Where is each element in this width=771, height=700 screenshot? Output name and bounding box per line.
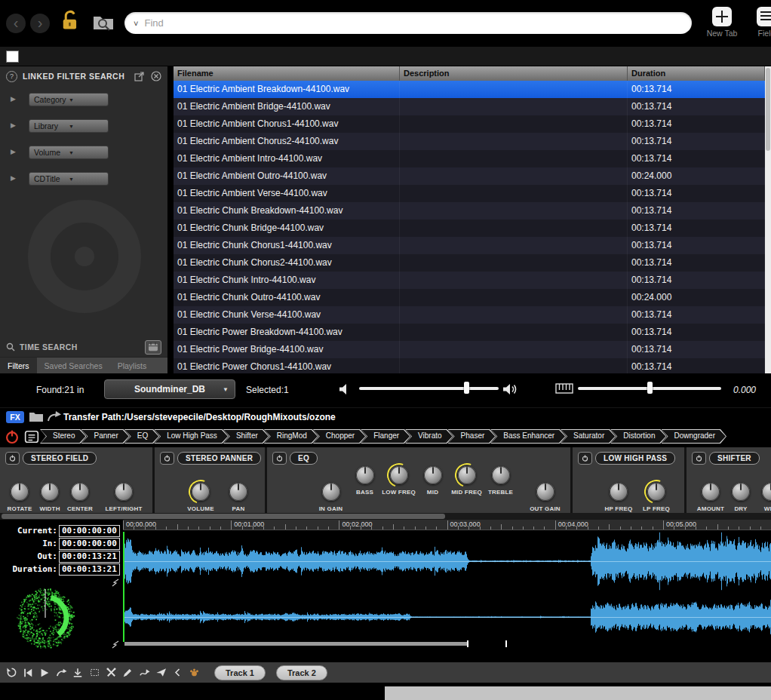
new-tab-button[interactable]: New Tab [699, 7, 745, 38]
disclosure-triangle-icon[interactable]: ▶ [11, 121, 16, 129]
fx-tab-low-high-pass[interactable]: Low High Pass [154, 429, 229, 444]
fx-badge[interactable]: FX [6, 411, 24, 423]
send-icon[interactable] [154, 666, 167, 680]
lock-icon[interactable] [60, 9, 80, 32]
table-row[interactable]: 01 Electric Ambient Chorus2-44100.wav00:… [174, 133, 765, 150]
fx-tab-vibrato[interactable]: Vibrato [405, 429, 453, 444]
table-row[interactable]: 01 Electric Ambient Chorus1-44100.wav00:… [174, 115, 765, 133]
knob-control[interactable] [189, 480, 212, 503]
fx-tab-chopper[interactable]: Chopper [313, 429, 366, 444]
filter-tab-filters[interactable]: Filters [0, 358, 37, 373]
knob-control[interactable] [534, 480, 557, 503]
fx-list-button[interactable] [24, 429, 39, 444]
knob-control[interactable] [112, 480, 135, 503]
table-row[interactable]: 01 Electric Chunk Outro-44100.wav00:24.0… [174, 289, 765, 306]
popout-icon[interactable] [134, 71, 145, 81]
pitch-slider[interactable] [578, 382, 721, 394]
table-row[interactable]: 01 Electric Chunk Breakdown-44100.wav00:… [174, 202, 765, 220]
volume-slider-track[interactable] [359, 387, 499, 390]
edit-marker[interactable] [467, 640, 468, 647]
knob-control[interactable] [8, 480, 31, 503]
paw-icon[interactable] [187, 666, 201, 680]
power-icon[interactable] [578, 452, 592, 465]
fx-scrollbar[interactable] [0, 513, 771, 520]
marquee-icon[interactable] [88, 666, 101, 680]
spot-arrow-icon[interactable] [47, 410, 63, 424]
skip-start-icon[interactable] [21, 666, 35, 680]
timeline-ruler[interactable]: 00:00.00000:01.00000:02.00000:03.00000:0… [123, 520, 771, 530]
column-header-duration[interactable]: Duration [628, 66, 765, 81]
selection-bar[interactable] [124, 642, 468, 646]
table-row[interactable]: 01 Electric Chunk Bridge-44100.wav00:13.… [174, 220, 765, 237]
knob-control[interactable] [607, 480, 630, 503]
filter-dropdown-category[interactable]: Category▼ [29, 93, 109, 106]
find-input[interactable] [143, 17, 683, 29]
pitch-slider-handle[interactable] [647, 382, 653, 394]
knob-control[interactable] [38, 480, 61, 503]
knob-control[interactable] [699, 480, 722, 503]
loop-icon[interactable] [5, 666, 18, 680]
calendar-button[interactable] [145, 340, 161, 355]
play-icon[interactable] [38, 666, 51, 680]
disclosure-triangle-icon[interactable]: ▶ [11, 174, 16, 182]
table-row[interactable]: 01 Electric Ambient Outro-44100.wav00:24… [174, 167, 765, 185]
playhead[interactable] [123, 532, 124, 642]
waveform-track-2[interactable] [123, 594, 771, 640]
chevron-down-icon[interactable]: ˅ [134, 19, 138, 28]
knob-control[interactable] [760, 480, 771, 503]
table-row[interactable]: 01 Electric Ambient Bridge-44100.wav00:1… [174, 98, 765, 115]
save-icon[interactable] [71, 666, 84, 680]
back-icon[interactable] [170, 666, 184, 680]
table-row[interactable]: 01 Electric Ambient Intro-44100.wav00:13… [174, 150, 765, 167]
knob-control[interactable] [730, 480, 752, 503]
filter-dropdown-cdtitle[interactable]: CDTitle▼ [29, 172, 109, 186]
disclosure-triangle-icon[interactable]: ▶ [11, 148, 16, 155]
folder-icon[interactable] [29, 410, 45, 424]
power-icon[interactable] [5, 452, 20, 465]
knob-control[interactable] [320, 480, 342, 503]
pencil-icon[interactable] [121, 666, 134, 680]
fx-tab-downgrader[interactable]: Downgrader [662, 429, 726, 444]
fx-tab-shifter[interactable]: Shifter [223, 429, 269, 444]
knob-control[interactable] [227, 480, 250, 503]
disclosure-triangle-icon[interactable]: ▶ [11, 95, 16, 103]
resize-handle-icon[interactable] [111, 639, 120, 648]
table-row[interactable]: 01 Electric Power Breakdown-44100.wav00:… [174, 324, 765, 341]
fx-tab-saturator[interactable]: Saturator [561, 429, 616, 444]
fx-tab-flanger[interactable]: Flanger [361, 429, 410, 444]
filter-dropdown-volume[interactable]: Volume▼ [29, 146, 109, 159]
edit-marker[interactable] [505, 640, 507, 647]
track-button-track-2[interactable]: Track 2 [276, 665, 327, 680]
fields-button[interactable]: Field [744, 7, 771, 38]
column-header-description[interactable]: Description [400, 66, 628, 81]
knob-control[interactable] [388, 464, 410, 487]
fx-scrollbar-thumb[interactable] [2, 514, 445, 519]
table-row[interactable]: 01 Electric Chunk Chorus2-44100.wav00:13… [174, 254, 765, 272]
table-row[interactable]: 01 Electric Chunk Verse-44100.wav00:13.7… [174, 306, 765, 324]
database-dropdown[interactable]: Soundminer_DB ▼ [104, 379, 235, 399]
power-icon[interactable] [692, 452, 706, 465]
table-row[interactable]: 01 Electric Chunk Intro-44100.wav00:13.7… [174, 272, 765, 289]
filter-dropdown-library[interactable]: Library▼ [29, 119, 109, 133]
filter-tab-playlists[interactable]: Playlists [110, 358, 155, 373]
tools-icon[interactable] [104, 666, 118, 680]
volume-slider-handle[interactable] [464, 382, 469, 394]
power-icon[interactable] [160, 452, 174, 465]
knob-control[interactable] [69, 480, 91, 503]
find-field[interactable]: ˅ [124, 12, 692, 34]
fx-tab-stereo[interactable]: Stereo [40, 429, 86, 444]
knob-control[interactable] [645, 480, 668, 503]
knob-control[interactable] [456, 464, 478, 487]
table-scrollbar[interactable] [765, 66, 771, 373]
fx-tab-phaser[interactable]: Phaser [448, 429, 496, 444]
knob-control[interactable] [354, 464, 376, 487]
fx-tab-distortion[interactable]: Distortion [610, 429, 666, 444]
fx-tab-ringmod[interactable]: RingMod [264, 429, 318, 444]
tab-search-box[interactable] [6, 51, 19, 63]
redo-icon[interactable] [54, 666, 68, 680]
table-scrollbar-thumb[interactable] [766, 68, 770, 151]
help-icon[interactable]: ? [6, 71, 17, 82]
volume-slider[interactable] [359, 382, 499, 394]
forward-button[interactable]: › [30, 14, 50, 33]
table-row[interactable]: 01 Electric Power Chorus1-44100.wav00:13… [174, 358, 765, 373]
